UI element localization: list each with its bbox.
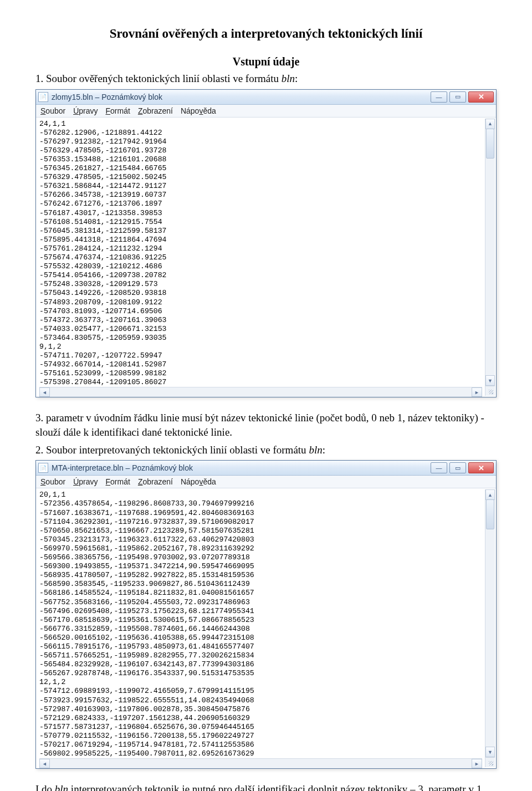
menu-upravy[interactable]: Úpravy [73,477,98,486]
para-4: I do bln interpretovaných tektonik je nu… [35,782,497,791]
text-area-wrap: 24,1,1 -576282.12906,-1218891.44122 -576… [36,118,496,397]
menu-soubor[interactable]: Soubor [40,477,65,486]
vertical-scrollbar[interactable]: ▲ ▼ [485,489,495,757]
subtitle: Vstupní údaje [35,54,497,69]
notepad-window-2: 📄 MTA-interpretace.bln – Poznámkový blok… [35,460,497,769]
window-title: MTA-interpretace.bln – Poznámkový blok [52,463,431,472]
close-button[interactable]: ✕ [468,91,494,103]
horizontal-scrollbar[interactable]: ◄ ► [39,758,482,768]
close-button[interactable]: ✕ [468,462,494,473]
text-area-wrap: 20,1,1 -572356.43578654,-1198296.8608733… [36,488,496,768]
notepad-icon: 📄 [38,92,48,102]
para-2: 3. parametr v úvodním řádku linie musí b… [35,411,497,439]
text-content[interactable]: 20,1,1 -572356.43578654,-1198296.8608733… [39,491,493,758]
window-title: zlomy15.bln – Poznámkový blok [52,93,431,101]
menu-format[interactable]: Formát [106,106,130,115]
scroll-up-icon[interactable]: ▲ [485,119,495,129]
maximize-button[interactable]: ▭ [449,91,466,103]
scroll-up-icon[interactable]: ▲ [485,489,495,500]
text-content[interactable]: 24,1,1 -576282.12906,-1218891.44122 -576… [39,120,493,387]
horizontal-scrollbar[interactable]: ◄ ► [39,387,482,397]
para-1: 1. Soubor ověřených tektonických linií o… [35,72,497,86]
scroll-down-icon[interactable]: ▼ [485,747,495,757]
menubar: Soubor Úpravy Formát Zobrazení Nápověda [36,105,496,118]
scroll-left-icon[interactable]: ◄ [39,759,50,768]
menu-upravy[interactable]: Úpravy [73,106,98,115]
menu-format[interactable]: Formát [106,477,130,486]
menu-napoveda[interactable]: Nápověda [181,106,216,115]
menu-soubor[interactable]: Soubor [40,106,65,115]
menu-zobrazeni[interactable]: Zobrazení [138,106,173,115]
maximize-button[interactable]: ▭ [449,462,466,473]
notepad-window-1: 📄 zlomy15.bln – Poznámkový blok — ▭ ✕ So… [35,89,497,398]
scroll-right-icon[interactable]: ► [472,387,482,397]
scroll-left-icon[interactable]: ◄ [39,387,50,397]
menu-zobrazeni[interactable]: Zobrazení [138,477,173,486]
resize-grip-icon[interactable] [485,757,495,767]
menu-napoveda[interactable]: Nápověda [181,477,216,486]
minimize-button[interactable]: — [431,91,447,103]
menubar: Soubor Úpravy Formát Zobrazení Nápověda [36,476,496,488]
scroll-thumb[interactable] [486,129,494,159]
titlebar[interactable]: 📄 zlomy15.bln – Poznámkový blok — ▭ ✕ [36,90,496,105]
para-3: 2. Soubor interpretovaných tektonických … [35,443,497,457]
vertical-scrollbar[interactable]: ▲ ▼ [485,119,495,386]
minimize-button[interactable]: — [431,462,447,473]
page-title: Srovnání ověřených a interpretovaných te… [35,27,497,41]
scroll-right-icon[interactable]: ► [472,759,482,768]
notepad-icon: 📄 [38,463,48,473]
scroll-thumb[interactable] [486,499,494,529]
titlebar[interactable]: 📄 MTA-interpretace.bln – Poznámkový blok… [36,461,496,476]
resize-grip-icon[interactable] [485,386,495,396]
scroll-down-icon[interactable]: ▼ [485,375,495,386]
